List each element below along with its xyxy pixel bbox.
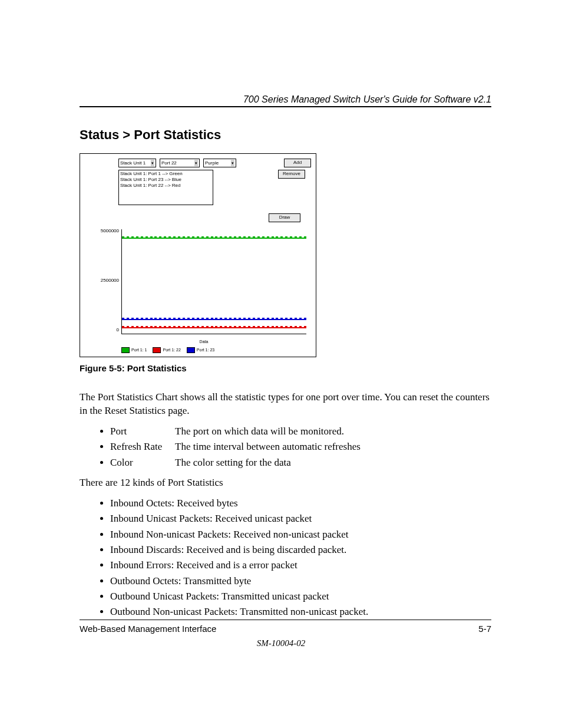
list-item[interactable]: Stack Unit 1: Port 1 --> Green bbox=[120, 171, 211, 177]
stack-unit-value: Stack Unit 1 bbox=[120, 160, 146, 166]
chevron-down-icon: ▾ bbox=[231, 160, 234, 166]
footer-rule bbox=[80, 620, 491, 620]
chart-legend: Port 1: 1 Port 1: 22 Port 1: 23 bbox=[80, 347, 316, 357]
list-item: Refresh RateThe time interval between au… bbox=[110, 439, 491, 454]
list-item[interactable]: Stack Unit 1: Port 22 --> Red bbox=[120, 183, 211, 189]
chevron-down-icon: ▾ bbox=[194, 160, 198, 166]
legend-item: Port 1: 1 bbox=[121, 347, 147, 353]
legend-swatch-blue bbox=[187, 347, 195, 353]
definition-list: PortThe port on which data will be monit… bbox=[80, 424, 491, 470]
list-item: Inbound Discards: Received and is being … bbox=[110, 542, 491, 558]
stats-list: Inbound Octets: Received bytes Inbound U… bbox=[80, 496, 491, 620]
chart-plot-area: 5000000 2500000 0 Data bbox=[98, 227, 310, 345]
intro-paragraph: The Port Statistics Chart shows all the … bbox=[80, 391, 491, 418]
series-points-red bbox=[122, 326, 306, 330]
series-points-green bbox=[122, 236, 306, 240]
stats-intro: There are 12 kinds of Port Statistics bbox=[80, 476, 491, 490]
legend-swatch-red bbox=[153, 347, 161, 353]
x-axis-label: Data bbox=[200, 340, 209, 344]
footer-section-name: Web-Based Management Interface bbox=[80, 624, 216, 634]
remove-button[interactable]: Remove bbox=[278, 170, 305, 179]
list-item: Inbound Non-unicast Packets: Received no… bbox=[110, 527, 491, 542]
y-tick-label: 0 bbox=[98, 327, 119, 332]
legend-label: Port 1: 1 bbox=[131, 348, 147, 352]
list-item[interactable]: Stack Unit 1: Port 23 --> Blue bbox=[120, 177, 211, 183]
figure-port-statistics: Stack Unit 1 ▾ Port 22 ▾ Purple ▾ Add St… bbox=[80, 153, 316, 357]
header-rule bbox=[80, 106, 491, 107]
add-button[interactable]: Add bbox=[284, 159, 311, 167]
y-tick-label: 2500000 bbox=[98, 278, 119, 283]
list-item: Outbound Unicast Packets: Transmitted un… bbox=[110, 589, 491, 604]
draw-button[interactable]: Draw bbox=[269, 213, 300, 222]
y-tick-label: 5000000 bbox=[98, 228, 119, 233]
legend-label: Port 1: 23 bbox=[197, 348, 214, 352]
list-item: Inbound Unicast Packets: Received unicas… bbox=[110, 511, 491, 526]
def-term: Port bbox=[110, 424, 175, 439]
def-desc: The color setting for the data bbox=[175, 455, 291, 470]
running-header: 700 Series Managed Switch User's Guide f… bbox=[243, 94, 491, 105]
series-points-blue bbox=[122, 318, 306, 321]
list-item: Inbound Octets: Received bytes bbox=[110, 496, 491, 511]
def-term: Color bbox=[110, 455, 175, 470]
legend-item: Port 1: 22 bbox=[153, 347, 180, 353]
stack-unit-select[interactable]: Stack Unit 1 ▾ bbox=[118, 159, 156, 167]
color-select[interactable]: Purple ▾ bbox=[203, 159, 236, 167]
series-listbox[interactable]: Stack Unit 1: Port 1 --> Green Stack Uni… bbox=[118, 170, 213, 205]
list-item: PortThe port on which data will be monit… bbox=[110, 424, 491, 439]
color-value: Purple bbox=[205, 160, 219, 166]
def-desc: The port on which data will be monitored… bbox=[175, 424, 344, 439]
page-number: 5-7 bbox=[478, 624, 491, 634]
legend-item: Port 1: 23 bbox=[187, 347, 214, 353]
def-term: Refresh Rate bbox=[110, 439, 175, 454]
chevron-down-icon: ▾ bbox=[151, 160, 154, 166]
legend-swatch-green bbox=[121, 347, 130, 353]
port-select[interactable]: Port 22 ▾ bbox=[160, 159, 200, 167]
section-heading: Status > Port Statistics bbox=[80, 127, 491, 143]
port-value: Port 22 bbox=[161, 160, 177, 166]
legend-label: Port 1: 22 bbox=[163, 348, 180, 352]
def-desc: The time interval between automatic refr… bbox=[175, 439, 361, 454]
document-id: SM-10004-02 bbox=[0, 638, 562, 648]
figure-caption: Figure 5-5: Port Statistics bbox=[80, 363, 491, 373]
list-item: ColorThe color setting for the data bbox=[110, 455, 491, 470]
list-item: Outbound Non-unicast Packets: Transmitte… bbox=[110, 604, 491, 620]
list-item: Outbound Octets: Transmitted byte bbox=[110, 574, 491, 589]
list-item: Inbound Errors: Received and is a error … bbox=[110, 558, 491, 573]
